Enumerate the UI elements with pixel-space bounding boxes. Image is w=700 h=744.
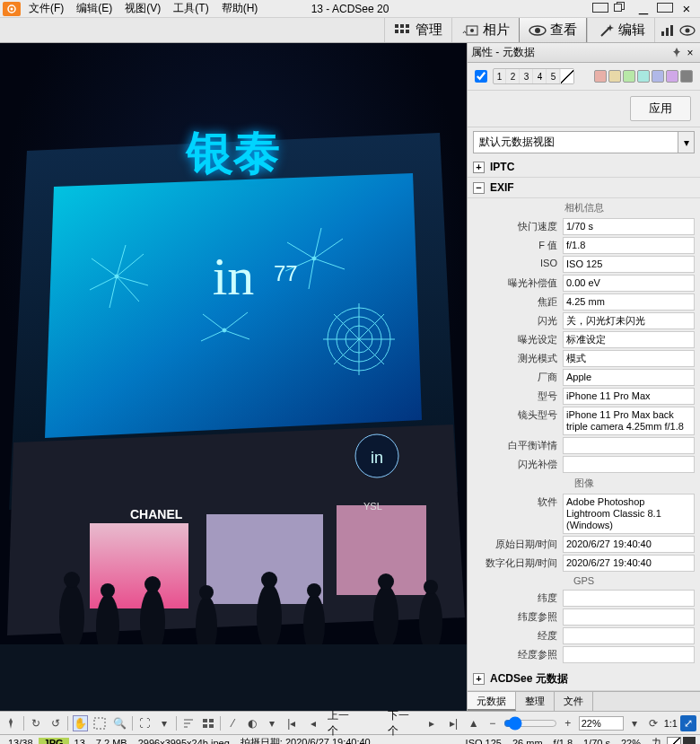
zoom-tool-icon[interactable]: 🔍 (112, 715, 127, 731)
meta-row: ISOISO 125 (468, 255, 700, 274)
meta-value[interactable]: 0.00 eV (563, 275, 695, 292)
rating-1[interactable]: 1 (494, 69, 506, 83)
refresh-icon[interactable]: ⟳ (645, 715, 661, 731)
meta-value[interactable]: 2020/6/27 19:40:40 (563, 536, 695, 553)
close-button[interactable]: × (678, 1, 695, 16)
zoom-slider[interactable] (503, 716, 557, 731)
more-icon[interactable]: ▾ (265, 715, 280, 731)
meta-value[interactable]: iPhone 11 Pro Max (563, 388, 695, 405)
status-color-tag[interactable] (683, 737, 696, 745)
menu-help[interactable]: 帮助(H) (216, 0, 264, 18)
tag-checkbox[interactable] (475, 70, 487, 83)
meta-value[interactable]: 4.25 mm (563, 293, 695, 311)
pin2-icon[interactable] (4, 715, 19, 731)
color-tag-1[interactable] (608, 70, 621, 83)
select-tool-icon[interactable] (92, 715, 108, 731)
meta-value[interactable]: 关，闪光灯未闪光 (563, 312, 695, 329)
layout-b-icon[interactable] (614, 2, 630, 15)
color-tag-6[interactable] (680, 70, 693, 83)
meta-label: 经度 (468, 626, 563, 645)
panel-tab-元数据[interactable]: 元数据 (468, 692, 516, 711)
zoom-dropdown-icon[interactable]: ▾ (626, 715, 643, 731)
pin-icon[interactable] (671, 47, 684, 59)
mode-grid[interactable]: 管理 (384, 18, 451, 42)
color-tag-3[interactable] (637, 70, 650, 83)
maximize-button[interactable] (657, 2, 673, 15)
meta-value[interactable]: Adobe Photoshop Lightroom Classic 8.1 (W… (563, 494, 695, 534)
menu-file[interactable]: 文件(F) (23, 0, 69, 18)
eye-small-icon[interactable] (678, 23, 696, 38)
next-label[interactable]: 下一个 (388, 708, 417, 739)
panel-tab-整理[interactable]: 整理 (516, 692, 555, 711)
meta-value[interactable] (563, 627, 695, 644)
section-iptc[interactable]: +IPTC (468, 157, 700, 178)
zoom-out-icon[interactable]: − (485, 715, 501, 731)
section-exif[interactable]: −EXIF (468, 178, 700, 198)
prev-label[interactable]: 上一个 (328, 708, 357, 739)
brush-icon[interactable]: ⁄ (225, 715, 241, 731)
next-icon[interactable]: ▸ (424, 715, 439, 731)
fullscreen-icon[interactable]: ⤢ (680, 715, 696, 731)
status-brush-icon[interactable] (667, 737, 681, 745)
dropdown-icon[interactable]: ▾ (156, 715, 171, 731)
metadata-view-selector[interactable]: 默认元数据视图 (473, 131, 678, 153)
mode-eye[interactable]: 查看 (519, 18, 587, 42)
ratio-label[interactable]: 1:1 (664, 718, 678, 729)
meta-value[interactable]: 2020/6/27 19:40:40 (563, 555, 695, 572)
first-icon[interactable]: |◂ (284, 715, 299, 731)
hand-tool-icon[interactable]: ✋ (73, 715, 88, 731)
eye-icon (529, 23, 547, 38)
fit-icon[interactable]: ▲ (466, 715, 482, 731)
meta-value[interactable]: iPhone 11 Pro Max back triple camera 4.2… (563, 407, 695, 435)
meta-value[interactable]: Apple (563, 369, 695, 386)
chart-icon[interactable] (659, 23, 677, 38)
meta-value[interactable] (563, 590, 695, 607)
mode-hand-photo[interactable]: 相片 (451, 18, 519, 42)
svg-rect-6 (400, 30, 404, 33)
mode-wand[interactable]: 编辑 (587, 18, 654, 42)
meta-value[interactable]: ISO 125 (563, 256, 695, 273)
color-tag-0[interactable] (594, 70, 607, 83)
color-tag-4[interactable] (652, 70, 664, 83)
meta-row: 厂商Apple (468, 368, 700, 387)
last-icon[interactable]: ▸| (446, 715, 460, 731)
panel-tab-文件[interactable]: 文件 (555, 692, 593, 711)
apply-button[interactable]: 应用 (630, 96, 691, 121)
expand-icon[interactable]: ⛶ (136, 715, 152, 731)
menu-tools[interactable]: 工具(T) (168, 0, 214, 18)
meta-value[interactable]: f/1.8 (563, 237, 695, 254)
meta-value[interactable]: 1/70 s (563, 218, 695, 235)
menu-edit[interactable]: 编辑(E) (71, 0, 118, 18)
meta-value[interactable] (563, 456, 695, 473)
minimize-button[interactable]: _ (635, 0, 652, 15)
rating-3[interactable]: 3 (521, 69, 533, 83)
meta-value[interactable] (563, 608, 695, 626)
meta-value[interactable]: 标准设定 (563, 331, 695, 348)
meta-value[interactable]: 模式 (563, 350, 695, 367)
panel-close-button[interactable]: × (684, 47, 696, 59)
color-tag-2[interactable] (623, 70, 635, 83)
rating-2[interactable]: 2 (507, 69, 520, 83)
rotate-right-icon[interactable]: ↺ (48, 715, 63, 731)
image-viewer[interactable]: 银泰 in 77 CHANEL YSL in (0, 43, 467, 711)
rating-5[interactable]: 5 (547, 69, 560, 83)
grid2-icon[interactable] (201, 715, 216, 731)
section-acdsee[interactable]: +ACDSee 元数据 (468, 668, 700, 691)
rating-4[interactable]: 4 (534, 69, 547, 83)
zoom-in-icon[interactable]: + (560, 715, 576, 731)
meta-label: 原始日期/时间 (468, 535, 563, 554)
color-tag-5[interactable] (666, 70, 678, 83)
meta-value[interactable] (563, 437, 695, 454)
rotate-left-icon[interactable]: ↻ (29, 715, 44, 731)
meta-row: 原始日期/时间2020/6/27 19:40:40 (468, 535, 700, 554)
rating-clear[interactable] (561, 69, 573, 83)
menu-view[interactable]: 视图(V) (119, 0, 166, 18)
zoom-value[interactable]: 22% (579, 716, 624, 731)
meta-label: 纬度参照 (468, 608, 563, 626)
prev-icon[interactable]: ◂ (306, 715, 320, 731)
layout-a-icon[interactable] (592, 2, 608, 15)
dropdown-arrow-icon[interactable]: ▾ (678, 131, 695, 153)
sort-icon[interactable] (181, 715, 197, 731)
meta-value[interactable] (563, 646, 695, 663)
adjust-icon[interactable]: ◐ (245, 715, 260, 731)
